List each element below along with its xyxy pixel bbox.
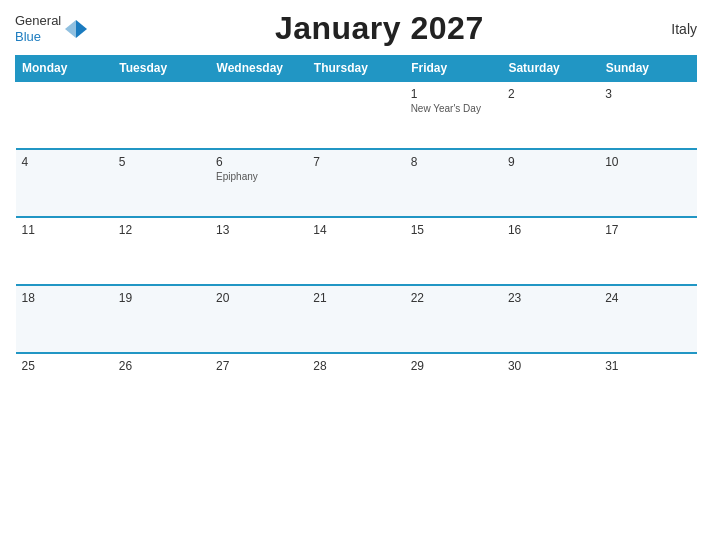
day-number: 28 [313,359,326,373]
calendar-cell [307,81,404,149]
day-number: 21 [313,291,326,305]
calendar-cell: 10 [599,149,696,217]
day-number: 22 [411,291,424,305]
calendar-cell: 2 [502,81,599,149]
day-number: 1 [411,87,418,101]
week-row-5: 25262728293031 [16,353,697,421]
calendar-cell: 9 [502,149,599,217]
day-number: 14 [313,223,326,237]
calendar-cell: 4 [16,149,113,217]
calendar-cell: 17 [599,217,696,285]
day-number: 4 [22,155,29,169]
logo-flag-icon [65,18,87,40]
calendar-cell: 7 [307,149,404,217]
week-row-4: 18192021222324 [16,285,697,353]
calendar-cell: 29 [405,353,502,421]
title-section: January 2027 [87,10,671,47]
week-row-3: 11121314151617 [16,217,697,285]
calendar-cell: 8 [405,149,502,217]
calendar-cell: 12 [113,217,210,285]
day-number: 15 [411,223,424,237]
calendar-cell [113,81,210,149]
day-number: 6 [216,155,223,169]
calendar-cell: 11 [16,217,113,285]
day-number: 25 [22,359,35,373]
day-number: 19 [119,291,132,305]
logo-general: General [15,13,61,29]
day-number: 7 [313,155,320,169]
day-number: 3 [605,87,612,101]
calendar-cell: 19 [113,285,210,353]
weekday-header-tuesday: Tuesday [113,56,210,82]
logo: General Blue [15,13,87,44]
holiday-label: New Year's Day [411,103,496,114]
day-number: 31 [605,359,618,373]
country-label: Italy [671,21,697,37]
day-number: 10 [605,155,618,169]
day-number: 5 [119,155,126,169]
day-number: 29 [411,359,424,373]
day-number: 18 [22,291,35,305]
calendar-cell: 31 [599,353,696,421]
day-number: 12 [119,223,132,237]
holiday-label: Epiphany [216,171,301,182]
calendar-cell: 14 [307,217,404,285]
weekday-header-row: MondayTuesdayWednesdayThursdayFridaySatu… [16,56,697,82]
weekday-header-thursday: Thursday [307,56,404,82]
calendar-cell: 6Epiphany [210,149,307,217]
calendar-cell: 28 [307,353,404,421]
week-row-2: 456Epiphany78910 [16,149,697,217]
calendar-table: MondayTuesdayWednesdayThursdayFridaySatu… [15,55,697,421]
calendar-cell: 13 [210,217,307,285]
calendar-cell: 3 [599,81,696,149]
day-number: 20 [216,291,229,305]
day-number: 11 [22,223,35,237]
day-number: 2 [508,87,515,101]
weekday-header-sunday: Sunday [599,56,696,82]
day-number: 13 [216,223,229,237]
day-number: 8 [411,155,418,169]
calendar-cell: 21 [307,285,404,353]
weekday-header-monday: Monday [16,56,113,82]
day-number: 9 [508,155,515,169]
calendar-cell: 24 [599,285,696,353]
week-row-1: 1New Year's Day23 [16,81,697,149]
calendar-cell [210,81,307,149]
svg-marker-1 [65,20,76,38]
calendar-cell: 1New Year's Day [405,81,502,149]
calendar-cell: 30 [502,353,599,421]
calendar-cell: 26 [113,353,210,421]
calendar-cell [16,81,113,149]
calendar-header: General Blue January 2027 Italy [15,10,697,47]
calendar-title: January 2027 [275,10,484,46]
calendar-cell: 5 [113,149,210,217]
svg-marker-0 [76,20,87,38]
calendar-cell: 18 [16,285,113,353]
calendar-page: General Blue January 2027 Italy MondayTu… [0,0,712,550]
calendar-cell: 23 [502,285,599,353]
weekday-header-saturday: Saturday [502,56,599,82]
weekday-header-friday: Friday [405,56,502,82]
day-number: 30 [508,359,521,373]
day-number: 26 [119,359,132,373]
calendar-cell: 27 [210,353,307,421]
day-number: 16 [508,223,521,237]
calendar-cell: 16 [502,217,599,285]
day-number: 27 [216,359,229,373]
calendar-cell: 25 [16,353,113,421]
weekday-header-wednesday: Wednesday [210,56,307,82]
logo-text: General Blue [15,13,61,44]
logo-blue: Blue [15,29,61,45]
calendar-cell: 22 [405,285,502,353]
day-number: 23 [508,291,521,305]
calendar-cell: 20 [210,285,307,353]
day-number: 24 [605,291,618,305]
calendar-cell: 15 [405,217,502,285]
day-number: 17 [605,223,618,237]
